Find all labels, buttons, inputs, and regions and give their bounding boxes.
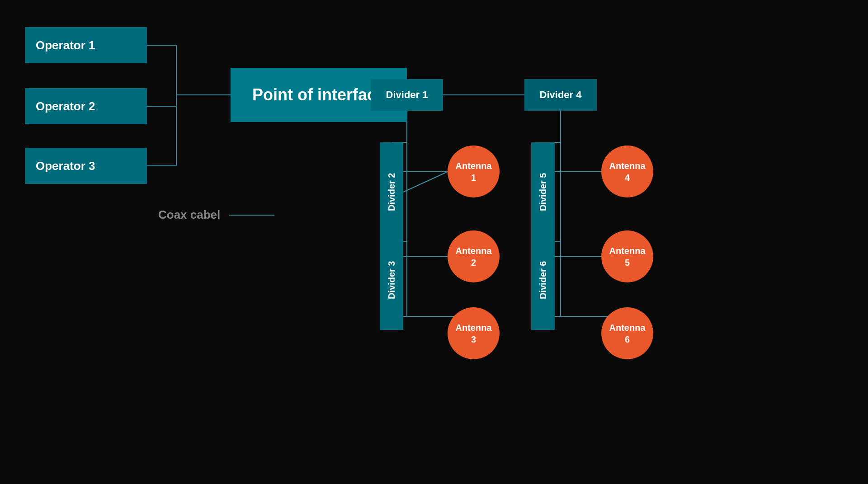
divider-5-box: Divider 5 bbox=[531, 142, 555, 242]
operator-3-label: Operator 3 bbox=[36, 159, 95, 173]
antenna-1-label: Antenna1 bbox=[456, 160, 492, 183]
antenna-3-circle: Antenna3 bbox=[448, 307, 500, 359]
antenna-2-label: Antenna2 bbox=[456, 245, 492, 268]
poi-label: Point of interface bbox=[252, 85, 385, 104]
divider-6-box: Divider 6 bbox=[531, 230, 555, 330]
antenna-4-label: Antenna4 bbox=[609, 160, 646, 183]
operator-2-label: Operator 2 bbox=[36, 99, 95, 113]
divider-4-box: Divider 4 bbox=[524, 79, 597, 111]
divider-2-label: Divider 2 bbox=[387, 173, 397, 211]
divider-3-label: Divider 3 bbox=[387, 261, 397, 299]
legend: Coax cabel bbox=[158, 208, 274, 222]
divider-6-label: Divider 6 bbox=[538, 261, 548, 299]
operator-1-label: Operator 1 bbox=[36, 38, 95, 52]
connection-lines bbox=[0, 0, 868, 484]
antenna-4-circle: Antenna4 bbox=[601, 146, 653, 197]
svg-line-11 bbox=[403, 172, 448, 192]
antenna-6-circle: Antenna6 bbox=[601, 307, 653, 359]
divider-4-label: Divider 4 bbox=[540, 89, 582, 101]
legend-line-sample bbox=[229, 215, 274, 216]
divider-5-label: Divider 5 bbox=[538, 173, 548, 211]
divider-2-box: Divider 2 bbox=[380, 142, 403, 242]
antenna-1-circle: Antenna1 bbox=[448, 146, 500, 197]
divider-1-box: Divider 1 bbox=[371, 79, 443, 111]
antenna-3-label: Antenna3 bbox=[456, 322, 492, 345]
legend-label: Coax cabel bbox=[158, 208, 220, 222]
antenna-5-label: Antenna5 bbox=[609, 245, 646, 268]
network-diagram: Operator 1 Operator 2 Operator 3 Point o… bbox=[0, 0, 868, 484]
antenna-6-label: Antenna6 bbox=[609, 322, 646, 345]
operator-3-box: Operator 3 bbox=[25, 148, 147, 184]
divider-1-label: Divider 1 bbox=[386, 89, 428, 101]
divider-3-box: Divider 3 bbox=[380, 230, 403, 330]
operator-1-box: Operator 1 bbox=[25, 27, 147, 63]
operator-2-box: Operator 2 bbox=[25, 88, 147, 124]
antenna-2-circle: Antenna2 bbox=[448, 230, 500, 282]
antenna-5-circle: Antenna5 bbox=[601, 230, 653, 282]
